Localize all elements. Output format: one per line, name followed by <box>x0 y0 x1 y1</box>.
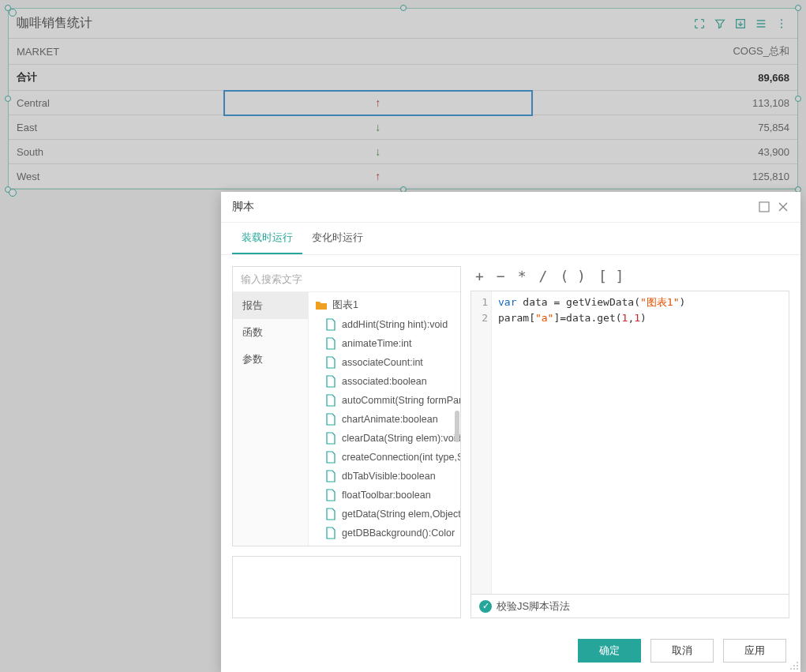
tok: ]=data.get( <box>553 312 621 324</box>
file-icon <box>324 432 337 445</box>
file-icon <box>324 470 337 482</box>
op-bracket[interactable]: [ ] <box>598 268 624 284</box>
svg-rect-4 <box>759 202 769 212</box>
file-icon <box>324 451 337 464</box>
line-gutter: 1 2 <box>471 291 492 594</box>
tok: ) <box>640 312 647 324</box>
file-icon <box>324 413 337 426</box>
tree-folder-label: 图表1 <box>332 298 358 312</box>
tree-item-label: autoCommit(String formParmeter):void <box>342 395 460 406</box>
category-report[interactable]: 报告 <box>233 292 308 319</box>
tree-item[interactable]: getDBBackground():Color <box>309 524 460 542</box>
svg-point-7 <box>793 665 795 666</box>
tree-item[interactable]: chartAnimate:boolean <box>309 410 460 429</box>
op-plus[interactable]: + <box>475 268 484 284</box>
tab-load-run[interactable]: 装载时运行 <box>232 223 302 254</box>
tok: "a" <box>535 312 553 324</box>
dialog-body: 报告 函数 参数 图表1 addHint(String hint):void a… <box>221 255 800 629</box>
dialog-tabs: 装载时运行 变化时运行 <box>221 223 800 255</box>
file-icon <box>324 375 337 388</box>
op-star[interactable]: * <box>518 268 527 284</box>
svg-point-10 <box>790 668 792 670</box>
svg-point-5 <box>797 662 798 663</box>
search-wrap <box>233 267 460 292</box>
tab-change-run[interactable]: 变化时运行 <box>302 223 373 254</box>
file-icon <box>324 527 337 539</box>
category-function[interactable]: 函数 <box>233 319 308 346</box>
cancel-button[interactable]: 取消 <box>650 639 714 663</box>
tok: "图表1" <box>640 296 679 308</box>
op-paren[interactable]: ( ) <box>560 268 586 284</box>
ok-button[interactable]: 确定 <box>578 639 641 663</box>
op-slash[interactable]: / <box>539 268 548 284</box>
tree-item-label: clearData(String elem):void <box>342 433 460 444</box>
dialog-title: 脚本 <box>232 200 254 214</box>
validate-bar[interactable]: ✓ 校验JS脚本语法 <box>470 595 789 618</box>
tree-item[interactable]: addHint(String hint):void <box>309 315 460 334</box>
tree-item-label: associated:boolean <box>342 376 427 387</box>
tree-item-label: getData(String elem,Object otype):Object <box>342 509 460 520</box>
tree-item-label: floatToolbar:boolean <box>342 490 431 501</box>
line-number: 1 <box>471 295 488 310</box>
tok: var <box>498 296 516 308</box>
tok: ) <box>680 296 686 308</box>
tree-item[interactable]: animateTime:int <box>309 334 460 353</box>
tree-item[interactable]: associated:boolean <box>309 372 460 391</box>
tree-item-label: animateTime:int <box>342 338 411 349</box>
file-icon <box>324 337 337 350</box>
tree-item[interactable]: clearData(String elem):void <box>309 429 460 448</box>
scrollbar-track[interactable] <box>454 292 460 546</box>
tree-item[interactable]: createConnection(int type,String name):C… <box>309 448 460 467</box>
dialog-header: 脚本 <box>221 192 800 223</box>
editor-toolbar: + − * / ( ) [ ] <box>470 266 789 291</box>
tok: data = getViewData( <box>516 296 640 308</box>
browse-split: 报告 函数 参数 图表1 addHint(String hint):void a… <box>233 292 460 546</box>
tree-folder[interactable]: 图表1 <box>309 295 460 315</box>
tree-item[interactable]: autoCommit(String formParmeter):void <box>309 391 460 410</box>
browse-panel: 报告 函数 参数 图表1 addHint(String hint):void a… <box>232 266 461 546</box>
tree-item-label: dbTabVisible:boolean <box>342 471 436 482</box>
code-area[interactable]: var data = getViewData("图表1")param["a"]=… <box>492 291 789 594</box>
dialog-footer: 确定 取消 应用 <box>221 629 800 672</box>
tree-item[interactable]: floatToolbar:boolean <box>309 486 460 505</box>
script-dialog: 脚本 装载时运行 变化时运行 报告 函数 参数 <box>221 192 800 672</box>
apply-button[interactable]: 应用 <box>723 639 786 663</box>
dialog-header-actions <box>758 201 789 213</box>
category-list: 报告 函数 参数 <box>233 292 309 546</box>
file-icon <box>324 508 337 520</box>
search-input[interactable] <box>233 267 460 291</box>
check-icon: ✓ <box>479 600 492 613</box>
line-number: 2 <box>471 310 488 326</box>
close-icon[interactable] <box>777 201 789 213</box>
code-editor[interactable]: 1 2 var data = getViewData("图表1")param["… <box>470 291 789 595</box>
function-tree[interactable]: 图表1 addHint(String hint):void animateTim… <box>309 292 460 546</box>
tree-item-label: chartAnimate:boolean <box>342 414 438 425</box>
file-icon <box>324 489 337 501</box>
tree-item-label: addHint(String hint):void <box>342 319 448 330</box>
tree-item[interactable]: associateCount:int <box>309 353 460 372</box>
file-icon <box>324 356 337 369</box>
tree-item-label: associateCount:int <box>342 357 423 368</box>
file-icon <box>324 318 337 331</box>
tree-item-label: createConnection(int type,String name):C… <box>342 452 460 463</box>
tree-item[interactable]: getData(String elem,Object otype):Object <box>309 505 460 524</box>
tok: param[ <box>498 312 535 324</box>
scrollbar-thumb[interactable] <box>455 411 459 442</box>
folder-icon <box>315 299 328 312</box>
validate-label: 校验JS脚本语法 <box>497 599 570 614</box>
svg-point-6 <box>797 665 798 666</box>
resize-grip-icon[interactable] <box>789 661 799 670</box>
op-minus[interactable]: − <box>497 268 505 284</box>
description-box <box>232 556 461 618</box>
tok: 1 <box>634 312 640 324</box>
file-icon <box>324 394 337 407</box>
svg-point-8 <box>797 668 798 670</box>
maximize-icon[interactable] <box>758 201 770 213</box>
category-param[interactable]: 参数 <box>233 346 308 373</box>
left-column: 报告 函数 参数 图表1 addHint(String hint):void a… <box>232 266 461 618</box>
tree-item[interactable]: dbTabVisible:boolean <box>309 467 460 486</box>
svg-point-9 <box>793 668 795 670</box>
right-column: + − * / ( ) [ ] 1 2 var data = getViewDa… <box>470 266 789 618</box>
tree-item-label: getDBBackground():Color <box>342 527 455 539</box>
